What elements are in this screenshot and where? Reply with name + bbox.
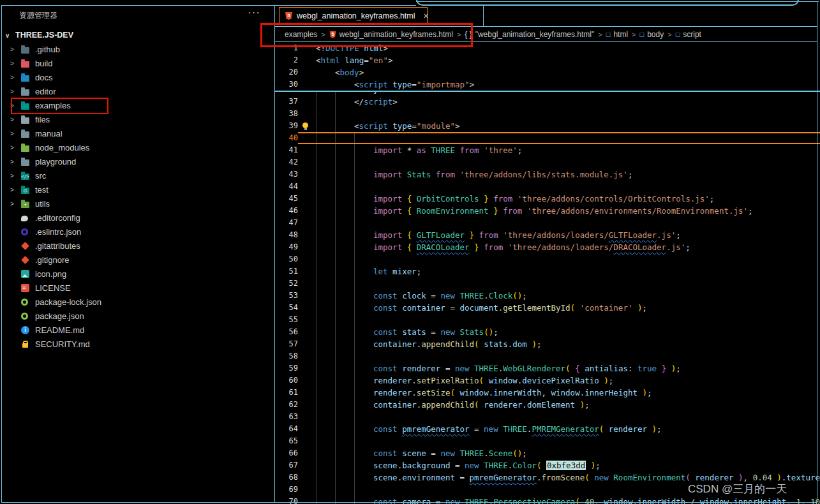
tree-item-test[interactable]: >⌬test: [0, 182, 274, 196]
tree-item-editor[interactable]: >editor: [0, 84, 274, 98]
tree-item-files[interactable]: >files: [0, 112, 274, 126]
code-line-64[interactable]: 64const pmremGenerator = new THREE.PMREM…: [275, 423, 820, 435]
tree-item-package-json[interactable]: package.json: [0, 309, 274, 323]
line-number[interactable]: 54: [275, 302, 298, 314]
code-line-40[interactable]: 40: [275, 132, 820, 144]
code-line-38[interactable]: 38: [275, 108, 820, 120]
line-number[interactable]: 66: [275, 447, 298, 459]
tree-item-license[interactable]: LICENSE: [0, 281, 274, 295]
code-line-51[interactable]: 51let mixer;: [275, 265, 820, 278]
code-line-59[interactable]: 59const renderer = new THREE.WebGLRender…: [275, 362, 820, 374]
tree-item-manual[interactable]: >manual: [0, 126, 274, 140]
tree-item-src[interactable]: ></>src: [0, 168, 274, 182]
code-line-55[interactable]: 55: [275, 314, 820, 326]
tree-item--gitattributes[interactable]: .gitattributes: [0, 239, 274, 253]
line-number[interactable]: 58: [275, 350, 298, 362]
code-line-45[interactable]: 45import { OrbitControls } from 'three/a…: [275, 193, 820, 205]
code-line-37[interactable]: 37</script>: [275, 96, 820, 108]
code-line-2[interactable]: 2<html lang="en">: [275, 54, 820, 66]
code-line-57[interactable]: 57container.appendChild( stats.dom );: [275, 338, 820, 350]
tree-item-security-md[interactable]: SECURITY.md: [0, 337, 274, 351]
code-line-65[interactable]: 65: [275, 435, 820, 447]
code-line-61[interactable]: 61renderer.setSize( window.innerWidth, w…: [275, 387, 820, 399]
code-line-44[interactable]: 44: [275, 181, 820, 193]
code-line-56[interactable]: 56const stats = new Stats();: [275, 326, 820, 338]
line-number[interactable]: 43: [275, 168, 298, 181]
line-number[interactable]: 64: [275, 423, 298, 435]
breadcrumb-item-3[interactable]: { }"webgl_animation_keyframes.html": [465, 30, 594, 39]
code-line-43[interactable]: 43import Stats from 'three/addons/libs/s…: [275, 168, 820, 181]
line-number[interactable]: 40: [275, 132, 298, 144]
code-line-1[interactable]: 1<!DOCTYPE html>: [275, 42, 820, 54]
line-number[interactable]: 37: [275, 96, 298, 108]
tree-item-package-lock-json[interactable]: package-lock.json: [0, 295, 274, 309]
line-number[interactable]: 45: [275, 193, 298, 205]
code-line-63[interactable]: 63: [275, 411, 820, 423]
line-number[interactable]: 68: [275, 471, 298, 484]
line-number[interactable]: 65: [275, 435, 298, 447]
line-number[interactable]: 47: [275, 217, 298, 229]
code-line-42[interactable]: 42: [275, 156, 820, 168]
line-number[interactable]: 46: [275, 205, 298, 217]
line-number[interactable]: 39: [275, 120, 298, 132]
tree-item-readme-md[interactable]: README.md: [0, 323, 274, 337]
breadcrumb-item-1[interactable]: examples: [285, 30, 317, 39]
line-number[interactable]: 49: [275, 241, 298, 253]
code-line-50[interactable]: 50: [275, 253, 820, 265]
code-line-53[interactable]: 53const clock = new THREE.Clock();: [275, 290, 820, 302]
code-line-39[interactable]: 39<script type="module">: [275, 120, 820, 132]
line-number[interactable]: 59: [275, 362, 298, 374]
code-line-66[interactable]: 66const scene = new THREE.Scene();: [275, 447, 820, 459]
line-number[interactable]: 44: [275, 181, 298, 193]
code-line-20[interactable]: 20<body>: [275, 66, 820, 78]
tree-root-threejs-dev[interactable]: ∨ THREE.JS-DEV: [0, 28, 274, 42]
code-line-46[interactable]: 46import { RoomEnvironment } from 'three…: [275, 205, 820, 217]
line-number[interactable]: 38: [275, 108, 298, 120]
breadcrumb-item-4[interactable]: □html: [606, 30, 628, 39]
line-number[interactable]: 30: [275, 78, 298, 91]
tree-item--gitignore[interactable]: .gitignore: [0, 253, 274, 267]
code-line-30[interactable]: 30<script type="importmap">: [275, 78, 820, 91]
code-line-62[interactable]: 62container.appendChild( renderer.domEle…: [275, 399, 820, 411]
line-number[interactable]: 69: [275, 484, 298, 496]
code-line-54[interactable]: 54const container = document.getElementB…: [275, 302, 820, 314]
tree-item-docs[interactable]: >docs: [0, 70, 274, 84]
line-number[interactable]: 1: [275, 42, 298, 54]
more-actions-icon[interactable]: ···: [248, 6, 260, 19]
tree-item-node-modules[interactable]: >node_modules: [0, 140, 274, 154]
code-line-49[interactable]: 49import { DRACOLoader } from 'three/add…: [275, 241, 820, 253]
line-number[interactable]: 48: [275, 229, 298, 241]
code-line-67[interactable]: 67scene.background = new THREE.Color( 0x…: [275, 459, 820, 471]
code-line-60[interactable]: 60renderer.setPixelRatio( window.deviceP…: [275, 374, 820, 387]
line-number[interactable]: 67: [275, 459, 298, 471]
tree-item-build[interactable]: >build: [0, 56, 274, 70]
line-number[interactable]: 61: [275, 387, 298, 399]
line-number[interactable]: 63: [275, 411, 298, 423]
breadcrumb-item-2[interactable]: 5webgl_animation_keyframes.html: [329, 30, 453, 39]
line-number[interactable]: 41: [275, 144, 298, 156]
line-number[interactable]: 2: [275, 54, 298, 66]
line-number[interactable]: 53: [275, 290, 298, 302]
line-number[interactable]: 56: [275, 326, 298, 338]
line-number[interactable]: 52: [275, 278, 298, 290]
line-number[interactable]: 20: [275, 66, 298, 78]
breadcrumb-item-5[interactable]: □body: [640, 30, 664, 39]
tree-item-examples[interactable]: >examples: [0, 98, 274, 112]
code-editor[interactable]: 36}37</script>3839<script type="module">…: [275, 42, 820, 504]
code-line-52[interactable]: 52: [275, 278, 820, 290]
code-line-58[interactable]: 58: [275, 350, 820, 362]
line-number[interactable]: 55: [275, 314, 298, 326]
line-number[interactable]: 60: [275, 374, 298, 387]
code-line-47[interactable]: 47: [275, 217, 820, 229]
code-line-41[interactable]: 41import * as THREE from 'three';: [275, 144, 820, 156]
line-number[interactable]: 42: [275, 156, 298, 168]
line-number[interactable]: 62: [275, 399, 298, 411]
breadcrumb-item-6[interactable]: □script: [676, 30, 701, 39]
tree-item--github[interactable]: >.github: [0, 42, 274, 56]
line-number[interactable]: 50: [275, 253, 298, 265]
tree-item-icon-png[interactable]: icon.png: [0, 267, 274, 281]
line-number[interactable]: 57: [275, 338, 298, 350]
line-number[interactable]: 51: [275, 265, 298, 278]
line-number[interactable]: 70: [275, 496, 298, 504]
tree-item-playground[interactable]: >playground: [0, 154, 274, 168]
